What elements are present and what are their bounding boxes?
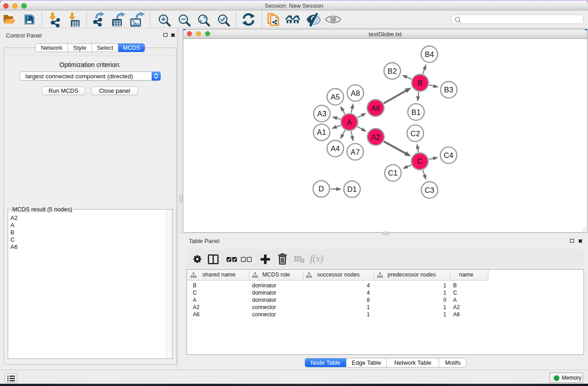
svg-text:A2: A2 (371, 133, 381, 141)
svg-text:C2: C2 (411, 129, 421, 138)
svg-text:A7: A7 (351, 148, 360, 156)
svg-text:B2: B2 (387, 67, 397, 75)
svg-text:A: A (347, 118, 352, 126)
svg-text:C3: C3 (425, 186, 435, 194)
svg-text:D1: D1 (347, 185, 357, 193)
svg-text:B3: B3 (444, 86, 454, 94)
svg-text:B: B (417, 79, 422, 87)
svg-text:A1: A1 (317, 128, 326, 136)
svg-text:A5: A5 (330, 93, 340, 101)
svg-text:C1: C1 (388, 169, 398, 177)
svg-text:C4: C4 (444, 151, 454, 159)
svg-text:A3: A3 (317, 110, 327, 118)
svg-text:A8: A8 (351, 89, 360, 97)
svg-text:B4: B4 (425, 50, 434, 58)
svg-text:A4: A4 (330, 144, 340, 152)
svg-text:C: C (417, 157, 422, 165)
svg-text:B1: B1 (411, 108, 421, 116)
svg-text:D: D (319, 185, 324, 193)
svg-text:A6: A6 (371, 104, 380, 112)
